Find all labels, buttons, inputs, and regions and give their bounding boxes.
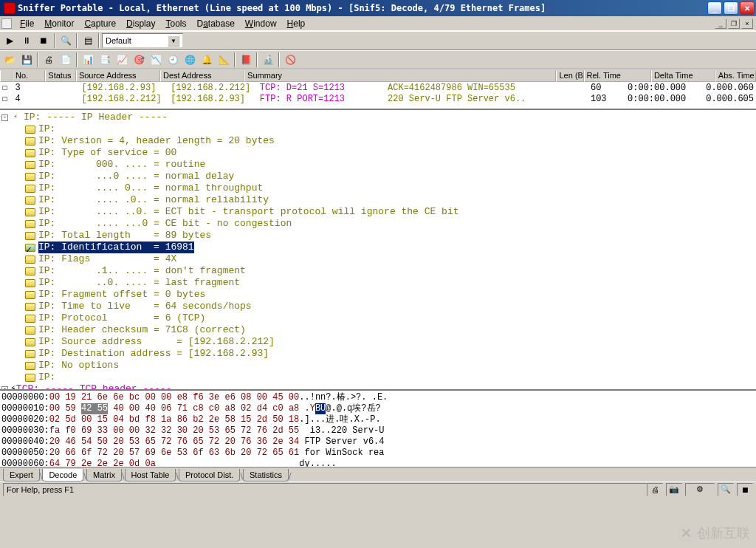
status-stop-icon[interactable]: ⏹ [737,483,753,496]
print-preview-button[interactable]: 📄 [58,52,74,68]
column-header[interactable]: Delta Time [651,70,715,82]
filter-button[interactable]: ▤ [80,32,96,49]
maximize-button[interactable]: ❐ [724,1,738,15]
alarm-button[interactable]: 🔔 [199,52,215,68]
hex-row[interactable]: 00000030: fa f0 69 33 00 00 32 32 30 20 … [1,425,755,436]
address-book-button[interactable]: 📕 [238,52,254,68]
hex-row[interactable]: 00000040: 20 46 54 50 20 53 65 72 76 65 … [1,436,755,448]
decode-field[interactable]: IP: .... .0.. = normal reliability [1,194,755,206]
status-printer-icon[interactable]: 🖨 [647,483,663,496]
menu-monitor[interactable]: Monitor [40,17,78,30]
column-header[interactable]: Dest Address [160,70,244,82]
menu-tools[interactable]: Tools [161,17,190,30]
decode-field[interactable]: IP: Time to live = 64 seconds/hops [1,301,755,312]
decode-field[interactable]: IP: Source address = [192.168.2.212] [1,336,755,348]
column-header[interactable]: Rel. Time [584,70,651,82]
decode-field[interactable]: IP: No options [1,360,755,371]
column-header[interactable]: Len (B [556,70,583,82]
hex-row[interactable]: 00000060: 64 79 2e 2e 2e 0d 0a dy..... [1,459,755,467]
stop-capture-button[interactable]: 🚫 [282,52,298,68]
hex-row[interactable]: 00000020: 02 5d 00 15 04 bd f8 1a 86 b2 … [1,414,755,425]
decode-field[interactable]: IP: Type of service = 00 [1,147,755,159]
decode-field[interactable]: IP: Version = 4, header length = 20 byte… [1,135,755,147]
open-button[interactable]: 📂 [1,52,18,68]
packet-list[interactable]: ☐3[192.168.2.93][192.168.2.212]TCP: D=21… [0,82,756,109]
tab-protocol-dist-[interactable]: Protocol Dist. [179,469,240,482]
hex-pane[interactable]: 00000000: 00 19 21 6e 6e bc 00 00 e8 f6 … [0,389,756,467]
column-header[interactable]: Abs. Time [715,70,756,82]
decode-pane[interactable]: -⚡IP: ----- IP Header -----IP:IP: Versio… [0,109,756,389]
binoculars-button[interactable]: 🔍 [58,32,74,49]
host-table-button[interactable]: 📑 [97,52,113,68]
status-snapshot-icon[interactable]: 📷 [666,483,682,496]
decode-field[interactable]: IP: .... ..0. = ECT bit - transport prot… [1,206,755,218]
decode-field[interactable]: IP: Protocol = 6 (TCP) [1,312,755,324]
packet-row[interactable]: ☐4[192.168.2.212][192.168.2.93]FTP: R PO… [0,93,756,104]
pause-button[interactable]: ⏸ [18,32,35,49]
column-header[interactable] [0,70,13,82]
decode-field[interactable]: IP: ..0. .... = last fragment [1,277,755,289]
column-header[interactable]: Status [45,70,76,82]
print-button[interactable]: 🖨 [41,52,57,68]
minimize-button[interactable]: _ [707,1,722,15]
filter-combo[interactable]: Default [102,33,183,48]
menu-help[interactable]: Help [283,17,310,30]
decode-field[interactable]: -⚡TCP: ----- TCP header ----- [1,383,755,389]
protocol-button[interactable]: 📉 [148,52,164,68]
decode-field[interactable]: -⚡IP: ----- IP Header ----- [1,112,755,123]
global-stats-button[interactable]: 🌐 [182,52,198,68]
decode-field[interactable]: IP: Header checksum = 71C8 (correct) [1,324,755,336]
status-filter-icon[interactable]: ⚙ [685,483,715,496]
app-icon [4,2,16,14]
play-button[interactable]: ▶ [1,32,18,49]
tab-decode[interactable]: Decode [42,469,83,482]
decode-field[interactable]: IP: [1,371,755,383]
art-button[interactable]: 🎯 [131,52,147,68]
menu-capture[interactable]: Capture [80,17,120,30]
packet-row[interactable]: ☐3[192.168.2.93][192.168.2.212]TCP: D=21… [0,82,756,93]
tab-host-table[interactable]: Host Table [125,469,176,482]
hex-row[interactable]: 00000010: 00 59 42 55 40 00 40 06 71 c8 … [1,403,755,414]
hex-row[interactable]: 00000000: 00 19 21 6e 6e bc 00 00 e8 f6 … [1,392,755,403]
status-text: For Help, press F1 [3,483,647,496]
menu-file[interactable]: File [16,17,38,30]
stop-button[interactable]: ⏹ [35,32,52,49]
hex-row[interactable]: 00000050: 20 66 6f 72 20 57 69 6e 53 6f … [1,448,755,459]
packet-list-header: No.StatusSource AddressDest AddressSumma… [0,69,756,82]
tab-expert[interactable]: Expert [3,469,40,482]
column-header[interactable]: Source Address [76,70,160,82]
status-magnify-icon[interactable]: 🔍 [718,483,734,496]
decode-field[interactable]: IP: .... ...0 = CE bit - no congestion [1,218,755,230]
watermark: ✕ 创新互联 [678,524,750,542]
app-response-button[interactable]: 📐 [216,52,232,68]
decode-field[interactable]: ✓IP: Identification = 16981 [1,242,755,253]
history-button[interactable]: 🕘 [165,52,181,68]
menu-display[interactable]: Display [122,17,159,30]
decode-field[interactable]: IP: ...0 .... = normal delay [1,171,755,182]
statusbar: For Help, press F1 🖨 📷 ⚙ 🔍 ⏹ [0,482,756,496]
decode-field[interactable]: IP: Fragment offset = 0 bytes [1,289,755,301]
matrix-button[interactable]: 📈 [114,52,130,68]
mdi-minimize-button[interactable]: _ [715,18,726,29]
decode-field[interactable]: IP: 000. .... = routine [1,159,755,171]
decode-field[interactable]: IP: .1.. .... = don't fragment [1,265,755,277]
decode-field[interactable]: IP: .... 0... = normal throughput [1,182,755,194]
column-header[interactable]: No. [13,70,45,82]
toolbar-capture: ▶ ⏸ ⏹ 🔍 ▤ Default [0,31,756,50]
decode-field[interactable]: IP: [1,123,755,135]
decode-field[interactable]: IP: Flags = 4X [1,253,755,265]
dashboard-button[interactable]: 📊 [80,52,96,68]
mdi-close-button[interactable]: × [741,18,753,29]
window-title: Sniffer Portable - Local, Ethernet (Line… [18,3,707,13]
menu-database[interactable]: Database [192,17,238,30]
column-header[interactable]: Summary [244,70,556,82]
decode-field[interactable]: IP: Total length = 89 bytes [1,230,755,242]
menu-window[interactable]: Window [241,17,281,30]
capture-expert-button[interactable]: 🔬 [260,52,276,68]
tab-statistics[interactable]: Statistics [243,469,289,482]
decode-field[interactable]: IP: Destination address = [192.168.2.93] [1,348,755,360]
close-button[interactable]: ✕ [740,1,755,15]
tab-matrix[interactable]: Matrix [86,469,122,482]
save-button[interactable]: 💾 [18,52,35,68]
mdi-restore-button[interactable]: ❐ [728,18,740,29]
